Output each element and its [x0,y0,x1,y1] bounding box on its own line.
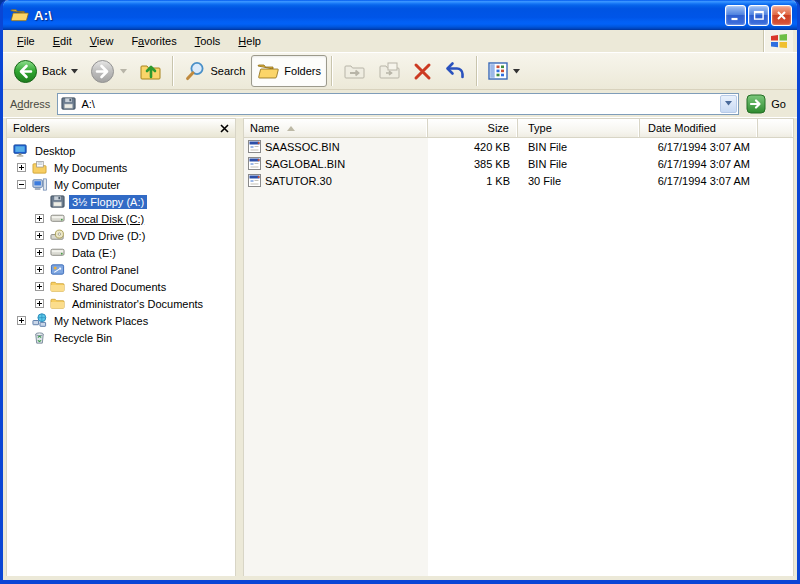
address-dropdown-button[interactable] [720,95,737,113]
menu-bar: File Edit View Favorites Tools Help [3,30,797,52]
collapse-icon[interactable] [17,180,26,189]
pane-divider[interactable] [236,118,243,576]
search-button[interactable]: Search [178,55,251,87]
tree-item-my-network-places[interactable]: My Network Places [7,312,235,329]
expand-icon[interactable] [35,282,44,291]
tree-item-dvd-drive-d[interactable]: DVD Drive (D:) [7,227,235,244]
expand-icon[interactable] [17,316,26,325]
file-row[interactable]: SAASSOC.BIN 420 KB BIN File 6/17/1994 3:… [244,138,793,155]
toolbar-separator [476,56,478,86]
column-header-size[interactable]: Size [428,119,518,137]
folders-button[interactable]: Folders [251,55,327,87]
open-folder-icon [10,7,29,23]
file-type-cell: BIN File [518,141,640,153]
views-dropdown-icon[interactable] [513,69,520,74]
minimize-button[interactable] [725,5,746,26]
generic-file-icon [248,140,261,153]
forward-icon [90,59,115,84]
tree-item-shared-documents[interactable]: Shared Documents [7,278,235,295]
menu-favorites[interactable]: Favorites [122,32,185,50]
file-date-cell: 6/17/1994 3:07 AM [640,175,758,187]
window-title: A:\ [34,8,52,23]
file-row[interactable]: SAGLOBAL.BIN 385 KB BIN File 6/17/1994 3… [244,155,793,172]
expand-icon[interactable] [35,248,44,257]
column-header-date-modified[interactable]: Date Modified [640,119,758,137]
generic-file-icon [248,174,261,187]
close-icon [776,10,787,21]
tree-item-label: My Documents [51,161,130,175]
tree-item-my-computer[interactable]: My Computer [7,176,235,193]
folder-icon [50,279,65,294]
windows-logo-icon [763,30,793,52]
title-bar[interactable]: A:\ [3,0,797,30]
file-type-cell: 30 File [518,175,640,187]
tree-item-floppy-a[interactable]: 3½ Floppy (A:) [7,193,235,210]
my-computer-icon [32,177,47,192]
tree-item-label: My Network Places [51,314,151,328]
tree-item-desktop[interactable]: Desktop [7,142,235,159]
tree-item-label: Administrator's Documents [69,297,206,311]
menu-help[interactable]: Help [229,32,270,50]
tree-item-administrators-documents[interactable]: Administrator's Documents [7,295,235,312]
folder-icon [50,296,65,311]
back-label: Back [42,65,66,77]
maximize-icon [753,9,765,21]
delete-button[interactable] [407,55,438,87]
forward-button[interactable] [84,55,133,87]
go-button[interactable]: Go [746,94,790,114]
chevron-down-icon [725,101,732,106]
minimize-icon [730,10,741,21]
floppy-icon [61,96,76,111]
folders-pane-close-button[interactable] [220,124,229,133]
recycle-bin-icon [32,330,47,345]
address-bar: Address A:\ Go [3,90,797,118]
expand-icon[interactable] [35,299,44,308]
maximize-button[interactable] [748,5,769,26]
tree-item-my-documents[interactable]: My Documents [7,159,235,176]
back-dropdown-icon[interactable] [71,69,78,74]
column-header-type[interactable]: Type [518,119,640,137]
go-icon [746,94,766,114]
folders-label: Folders [284,65,321,77]
generic-file-icon [248,157,261,170]
undo-button[interactable] [438,55,472,87]
go-label: Go [771,98,786,110]
tree-item-label: DVD Drive (D:) [69,229,148,243]
back-button[interactable]: Back [7,55,84,87]
expand-icon[interactable] [35,214,44,223]
tree-item-data-e[interactable]: Data (E:) [7,244,235,261]
file-name-cell[interactable]: SAGLOBAL.BIN [244,157,428,170]
tree-item-label: My Computer [51,178,123,192]
tree-item-control-panel[interactable]: Control Panel [7,261,235,278]
expand-icon[interactable] [35,265,44,274]
address-input[interactable]: A:\ [57,93,739,115]
file-row[interactable]: SATUTOR.30 1 KB 30 File 6/17/1994 3:07 A… [244,172,793,189]
menu-view[interactable]: View [81,32,123,50]
up-icon [139,60,162,83]
file-name-cell[interactable]: SATUTOR.30 [244,174,428,187]
toolbar-separator [172,56,174,86]
menu-edit[interactable]: Edit [44,32,81,50]
tree-item-recycle-bin[interactable]: Recycle Bin [7,329,235,346]
tree-item-label: Desktop [32,144,78,158]
close-button[interactable] [771,5,792,26]
expand-icon[interactable] [17,163,26,172]
up-button[interactable] [133,55,168,87]
views-button[interactable] [482,55,526,87]
forward-dropdown-icon [120,69,127,74]
file-name-cell[interactable]: SAASSOC.BIN [244,140,428,153]
folder-tree: Desktop My Documents [7,138,235,576]
toolbar-separator [331,56,333,86]
my-documents-icon [32,160,47,175]
column-header-name[interactable]: Name [244,119,428,137]
menu-file[interactable]: File [8,32,44,50]
column-headers: Name Size Type Date Modified [244,119,793,138]
tree-item-label: Control Panel [69,263,142,277]
expand-icon[interactable] [35,231,44,240]
menu-tools[interactable]: Tools [186,32,230,50]
tree-item-local-disk-c[interactable]: Local Disk (C:) [7,210,235,227]
sort-ascending-icon [287,126,295,131]
copy-to-button [372,55,407,87]
file-list-pane: Name Size Type Date Modified [243,118,794,576]
back-icon [13,59,38,84]
